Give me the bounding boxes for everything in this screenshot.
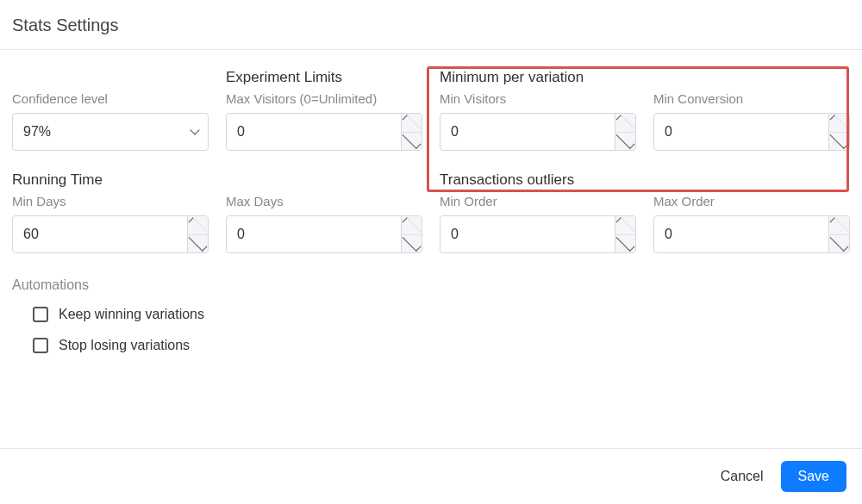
cancel-button[interactable]: Cancel <box>721 469 764 484</box>
min-per-variation-heading: Minimum per variation <box>440 69 636 86</box>
step-up-icon[interactable] <box>402 216 422 235</box>
chevron-down-icon[interactable] <box>182 114 208 150</box>
min-conversion-value: 0 <box>654 114 828 150</box>
max-days-stepper[interactable] <box>401 216 422 252</box>
min-order-input[interactable]: 0 <box>440 215 636 253</box>
min-visitors-col: Minimum per variation Min Visitors 0 <box>440 69 636 151</box>
max-order-input[interactable]: 0 <box>653 215 850 253</box>
max-order-label: Max Order <box>653 194 850 208</box>
step-up-icon[interactable] <box>615 216 635 235</box>
save-button[interactable]: Save <box>781 461 846 492</box>
confidence-col: . Confidence level 97% <box>12 69 209 151</box>
min-visitors-stepper[interactable] <box>615 114 635 150</box>
confidence-label: Confidence level <box>12 91 209 106</box>
min-visitors-value: 0 <box>440 114 615 150</box>
min-days-value: 60 <box>13 216 187 252</box>
step-down-icon[interactable] <box>402 235 422 253</box>
max-order-value: 0 <box>654 216 828 252</box>
step-up-icon[interactable] <box>829 114 849 133</box>
stop-losing-row: Stop losing variations <box>33 338 850 353</box>
max-order-stepper[interactable] <box>828 216 849 252</box>
max-visitors-value: 0 <box>227 114 401 150</box>
min-conversion-stepper[interactable] <box>828 114 849 150</box>
min-order-label: Min Order <box>440 194 636 208</box>
step-down-icon[interactable] <box>402 133 422 151</box>
step-up-icon[interactable] <box>615 114 635 133</box>
max-days-value: 0 <box>227 216 401 252</box>
confidence-select[interactable]: 97% <box>12 113 209 151</box>
step-down-icon[interactable] <box>188 235 208 253</box>
min-conversion-label: Min Conversion <box>653 91 850 106</box>
stop-losing-checkbox[interactable] <box>33 338 48 353</box>
min-order-value: 0 <box>440 216 615 252</box>
step-down-icon[interactable] <box>615 133 635 151</box>
min-conversion-col: . Min Conversion 0 <box>653 69 850 151</box>
experiment-limits-col: Experiment Limits Max Visitors (0=Unlimi… <box>226 69 422 151</box>
step-down-icon[interactable] <box>615 235 635 253</box>
min-days-input[interactable]: 60 <box>12 215 209 253</box>
step-up-icon[interactable] <box>829 216 849 235</box>
automations-section: Automations Keep winning variations Stop… <box>12 277 850 353</box>
min-days-col: Running Time Min Days 60 <box>12 171 209 253</box>
min-visitors-label: Min Visitors <box>440 91 636 106</box>
min-visitors-input[interactable]: 0 <box>440 113 636 151</box>
page-title: Stats Settings <box>12 16 850 35</box>
min-order-stepper[interactable] <box>615 216 635 252</box>
max-visitors-stepper[interactable] <box>401 114 422 150</box>
settings-grid: . Confidence level 97% Experiment Limits… <box>12 69 850 253</box>
stop-losing-label: Stop losing variations <box>59 338 190 353</box>
step-up-icon[interactable] <box>402 114 422 133</box>
min-order-col: Transactions outliers Min Order 0 <box>440 171 636 253</box>
step-down-icon[interactable] <box>829 133 849 151</box>
automations-heading: Automations <box>12 277 850 293</box>
divider <box>0 49 862 50</box>
max-days-label: Max Days <box>226 194 422 208</box>
max-order-col: . Max Order 0 <box>653 171 850 253</box>
keep-winning-checkbox[interactable] <box>33 307 48 322</box>
max-days-input[interactable]: 0 <box>226 215 422 253</box>
max-days-col: . Max Days 0 <box>226 171 422 253</box>
min-conversion-input[interactable]: 0 <box>653 113 850 151</box>
transactions-outliers-heading: Transactions outliers <box>440 171 636 189</box>
footer: Cancel Save <box>0 448 862 504</box>
keep-winning-label: Keep winning variations <box>59 307 204 322</box>
min-days-label: Min Days <box>12 194 209 208</box>
min-days-stepper[interactable] <box>187 216 208 252</box>
experiment-limits-heading: Experiment Limits <box>226 69 422 86</box>
step-up-icon[interactable] <box>188 216 208 235</box>
keep-winning-row: Keep winning variations <box>33 307 850 322</box>
max-visitors-label: Max Visitors (0=Unlimited) <box>226 91 422 106</box>
step-down-icon[interactable] <box>829 235 849 253</box>
confidence-value: 97% <box>13 114 182 150</box>
running-time-heading: Running Time <box>12 171 209 189</box>
max-visitors-input[interactable]: 0 <box>226 113 422 151</box>
